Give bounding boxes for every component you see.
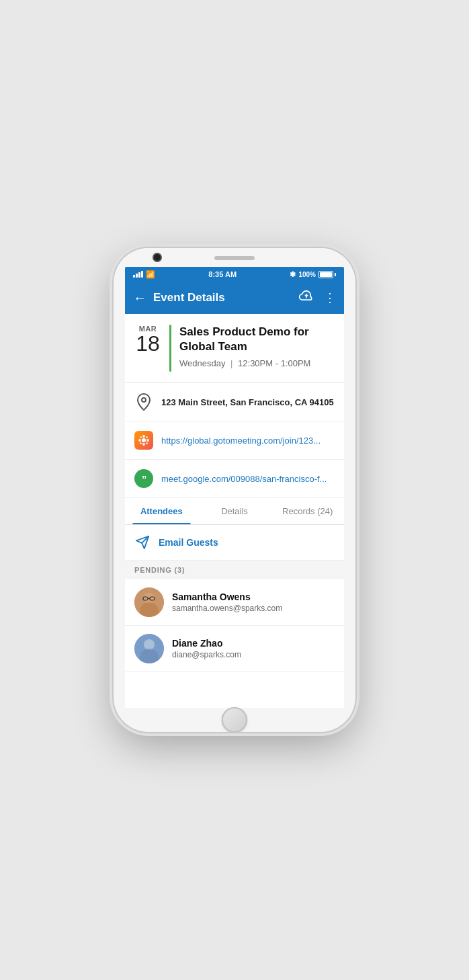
gotomeeting-icon — [134, 431, 153, 450]
event-title-line1: Sales Product Demo for — [179, 325, 309, 338]
email-guests-row[interactable]: Email Guests — [125, 525, 344, 561]
svg-point-7 — [140, 436, 142, 438]
event-header-section: MAR 18 Sales Product Demo for Global Tea… — [125, 314, 344, 383]
attendee-name-samantha: Samantha Owens — [172, 591, 335, 602]
tab-details[interactable]: Details — [198, 498, 271, 524]
signal-bars-icon — [133, 271, 143, 278]
app-header: ← Event Details ⋮ — [125, 282, 344, 314]
back-button[interactable]: ← — [133, 290, 146, 306]
svg-point-2 — [142, 438, 146, 442]
attendee-row-samantha[interactable]: Samantha Owens samantha.owens@sparks.com — [125, 579, 344, 626]
battery-body — [318, 271, 333, 278]
event-time-range: 12:30PM - 1:00PM — [238, 358, 310, 368]
googlemeet-link: meet.google.com/009088/san-francisco-f..… — [161, 474, 335, 484]
attendee-name-diane: Diane Zhao — [172, 638, 335, 649]
svg-point-20 — [144, 639, 155, 650]
event-title-line2: Global Team — [179, 340, 247, 353]
send-email-icon — [134, 534, 151, 550]
attendee-info-samantha: Samantha Owens samantha.owens@sparks.com — [172, 591, 335, 613]
event-date: MAR 18 — [134, 325, 161, 354]
battery-icon — [318, 271, 336, 278]
status-left: 📶 — [133, 270, 155, 279]
location-row[interactable]: 123 Main Street, San Francisco, CA 94105 — [125, 383, 344, 421]
location-icon — [134, 393, 153, 411]
battery-tip — [335, 273, 336, 276]
svg-point-1 — [142, 398, 146, 402]
event-weekday: Wednesday — [179, 358, 225, 368]
pending-section-header: PENDING (3) — [125, 561, 344, 579]
avatar-samantha — [134, 587, 164, 617]
pending-label: PENDING (3) — [134, 566, 185, 574]
svg-point-6 — [146, 439, 149, 442]
header-title: Event Details — [153, 291, 298, 304]
more-options-icon[interactable]: ⋮ — [324, 290, 336, 305]
status-right: ✱ 100% — [290, 270, 336, 279]
svg-point-3 — [142, 435, 145, 438]
phone-screen: 📶 8:35 AM ✱ 100% ← Event Details — [125, 267, 344, 708]
bluetooth-icon: ✱ — [290, 270, 296, 279]
svg-point-5 — [138, 439, 141, 442]
event-title: Sales Product Demo for Global Team — [179, 325, 335, 354]
content-area: MAR 18 Sales Product Demo for Global Tea… — [125, 314, 344, 708]
status-time: 8:35 AM — [208, 270, 237, 278]
event-info: Sales Product Demo for Global Team Wedne… — [179, 325, 335, 368]
attendee-email-diane: diane@sparks.com — [172, 650, 335, 659]
tab-attendees[interactable]: Attendees — [125, 498, 198, 524]
selfie-camera — [153, 253, 162, 262]
tab-records[interactable]: Records (24) — [271, 498, 344, 524]
avatar-diane — [134, 634, 164, 663]
attendee-email-samantha: samantha.owens@sparks.com — [172, 604, 335, 613]
tabs-container: Attendees Details Records (24) — [125, 498, 344, 525]
event-color-divider — [169, 325, 171, 372]
gotomeeting-row[interactable]: https://global.gotomeeting.com/join/123.… — [125, 421, 344, 460]
battery-fill — [320, 272, 332, 277]
event-time-separator: | — [230, 358, 232, 368]
svg-point-9 — [140, 442, 142, 444]
wifi-icon: 📶 — [146, 270, 155, 279]
phone-speaker — [214, 256, 255, 260]
phone-top-bar — [114, 248, 355, 267]
cloud-sync-icon[interactable] — [298, 290, 314, 306]
googlemeet-icon: ” — [134, 469, 153, 488]
attendee-info-diane: Diane Zhao diane@sparks.com — [172, 638, 335, 659]
svg-point-4 — [142, 443, 145, 446]
phone-bottom — [222, 708, 247, 732]
header-icons: ⋮ — [298, 290, 336, 306]
svg-point-10 — [146, 442, 148, 444]
phone-frame: 📶 8:35 AM ✱ 100% ← Event Details — [114, 248, 355, 732]
status-bar: 📶 8:35 AM ✱ 100% — [125, 267, 344, 282]
home-button[interactable] — [222, 707, 247, 732]
attendee-row-diane[interactable]: Diane Zhao diane@sparks.com — [125, 626, 344, 672]
location-text: 123 Main Street, San Francisco, CA 94105 — [161, 397, 334, 407]
googlemeet-row[interactable]: ” meet.google.com/009088/san-francisco-f… — [125, 460, 344, 498]
gotomeeting-link: https://global.gotomeeting.com/join/123.… — [161, 436, 335, 446]
email-guests-label: Email Guests — [159, 537, 218, 548]
battery-percent: 100% — [298, 271, 316, 278]
event-day: 18 — [136, 333, 160, 354]
event-time: Wednesday | 12:30PM - 1:00PM — [179, 358, 335, 368]
svg-point-8 — [146, 436, 148, 438]
